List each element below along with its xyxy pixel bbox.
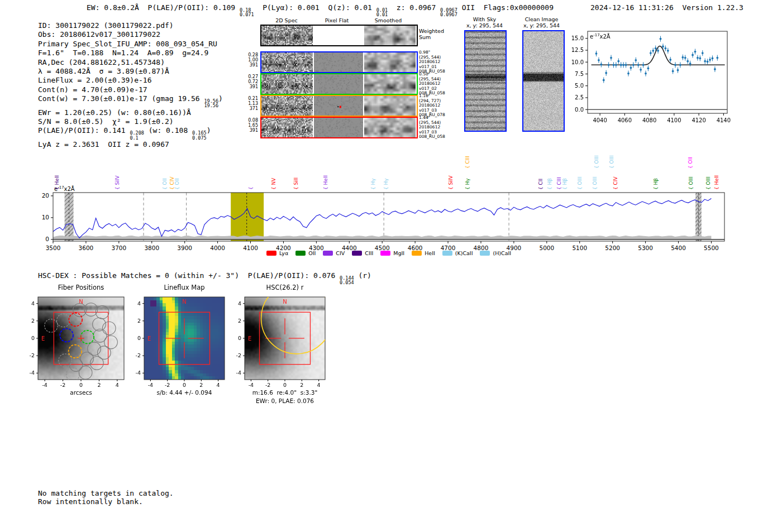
data-point — [598, 59, 600, 61]
spacer — [674, 3, 683, 12]
info-line: Primary Spec_Slot_IFU_AMP: 008_093_054_R… — [38, 40, 223, 49]
text-segment: EWr = 1.20(±0.25) (w: 0.80(±0.16))Å — [38, 108, 191, 117]
data-point — [613, 64, 615, 66]
y-tick-label: 0 — [45, 236, 49, 242]
x-tick-label: 4 — [317, 382, 321, 388]
pixel-flat-image — [314, 118, 363, 137]
line-marker: { Hβ — [547, 178, 552, 190]
data-point — [610, 57, 612, 59]
timestamp: 2024-12-16 11:31:26 — [590, 3, 674, 12]
text-segment: Primary Spec_Slot_IFU_AMP: 008_093_054_R… — [38, 40, 217, 48]
y-tick-label: -4 — [30, 370, 35, 376]
text-segment: ) — [218, 94, 223, 103]
x-tick-label: 4 — [116, 382, 119, 388]
data-point — [716, 57, 718, 59]
x-tick-label: -2 — [165, 382, 170, 388]
x-tick-label: -4 — [148, 382, 153, 388]
smoothed-image — [364, 96, 416, 116]
x-tick-label: 2 — [199, 382, 203, 388]
y-tick-label: 7.5 — [575, 71, 584, 77]
legend-label: (K)CaII — [455, 250, 473, 256]
cutout-row-right-labels: 1.44"(295, 544)20180612v017_03008_RU_058 — [419, 116, 454, 140]
legend-swatch — [412, 251, 422, 256]
text-segment: P(Lyα): 0.001 Q(z): 0.01 — [254, 3, 376, 12]
y-tick-label: 2 — [238, 318, 241, 324]
data-point — [686, 60, 689, 63]
legend-label: HeII — [425, 250, 435, 256]
y-tick-label: -2 — [236, 352, 241, 358]
y-tick-label: 2 — [31, 318, 35, 324]
data-point — [664, 47, 666, 50]
with-sky-label: With Sky — [458, 16, 511, 22]
text-segment: Obs: 20180612v017_3001179022 — [38, 30, 160, 39]
line-marker: { Hγ — [383, 178, 389, 190]
legend-item: (H)CaII — [480, 250, 511, 256]
line-marker: { OIII — [577, 176, 583, 190]
data-point — [655, 47, 657, 50]
data-point — [600, 64, 602, 66]
line-marker: { SiII — [293, 178, 299, 190]
line-marker: { — [248, 186, 254, 190]
data-point — [689, 63, 692, 65]
info-line: EWr = 1.20(±0.25) (w: 0.80(±0.16))Å — [38, 108, 223, 117]
text-segment: Cont(w) = 7.30(±0.01)e-17 (gmag 19.56 — [38, 94, 204, 103]
cutout-row — [260, 51, 418, 73]
data-point — [674, 64, 676, 66]
summary-header: EW: 0.8±0.2Å P(LAE)/P(OII): 0.109 0.180.… — [87, 3, 554, 17]
2d-spec-image — [261, 52, 313, 72]
line-marker: { OIII — [705, 176, 711, 190]
line-marker: { OIII — [688, 176, 694, 190]
cutout-row-weighted — [260, 25, 418, 46]
smoothed-image — [364, 118, 416, 137]
cutout-row-right-labels: 1.16"(294, 727)20180612v017_03008_RU_078 — [419, 94, 454, 118]
legend-item: CIV — [323, 250, 345, 256]
data-point — [645, 73, 647, 75]
timestamp-version: 2024-12-16 11:31:26 Version 1.22.3 — [590, 3, 743, 12]
legend-item: MgII — [380, 250, 404, 256]
legend-item: Lyα — [266, 250, 288, 256]
x-tick-label: 0 — [283, 382, 287, 388]
text-segment: ) — [207, 126, 211, 135]
data-point — [672, 70, 674, 72]
line-fit-zoom-plot: 4040406040804100412041400.02.55.07.510.0… — [563, 27, 782, 138]
x-tick-label: 4140 — [717, 117, 731, 123]
text-segment: λ = 4088.42Å σ = 3.89(±0.87)Å — [38, 67, 169, 75]
y-tick-label: 0.0 — [575, 107, 584, 113]
data-point — [620, 64, 622, 66]
footer-note-2: Row intentionally blank. — [38, 497, 143, 506]
line-marker: { OII — [174, 178, 180, 190]
line-marker: { NV — [271, 178, 276, 190]
smoothed-image — [364, 52, 416, 72]
footer-note-1: No matching targets in catalog. — [38, 489, 174, 498]
y-tick-label: 12.5 — [571, 47, 584, 53]
line-marker: { Hγ — [465, 178, 470, 190]
legend-label: Lyα — [279, 250, 288, 256]
info-line: λ = 4088.42Å σ = 3.89(±0.87)Å — [38, 67, 223, 76]
2d-spec-image — [261, 118, 313, 137]
info-line: S/N = 8.0(±0.5) χ² = 1.9(±0.2) — [38, 117, 223, 126]
y-tick-label: 15.0 — [571, 35, 584, 41]
x-tick-label: -4 — [42, 382, 47, 388]
line-marker: { CIII — [465, 156, 470, 169]
y-tick-label: 4 — [137, 300, 141, 306]
data-point — [712, 57, 714, 60]
data-point — [622, 64, 624, 66]
stacked-uncertainty: 0.010.01 — [376, 8, 388, 17]
data-point — [714, 68, 716, 70]
data-point — [709, 59, 711, 61]
pixel-flat-image — [314, 96, 363, 116]
clean-image-title: Clean Image x, y: 295, 544 — [515, 16, 568, 28]
x-tick-label: -2 — [60, 382, 65, 388]
pixel-flat-image — [314, 74, 363, 94]
legend-swatch — [352, 251, 362, 256]
data-point — [603, 79, 605, 82]
cutout-row-right-labels: 0.50"(295, 544)20180612v017_02008_RU_058 — [419, 72, 454, 96]
legend-item: OII — [295, 250, 316, 256]
line-marker: { SiIV — [448, 175, 454, 190]
text-segment: P(LAE)/P(OII): 0.141 — [38, 126, 130, 135]
stacked-uncertainty: 0.1650.075 — [192, 131, 207, 140]
line-marker: { HeII — [54, 175, 60, 190]
legend-swatch — [480, 251, 490, 256]
x-tick-label: 4120 — [692, 117, 705, 123]
line-marker: { Hγ — [370, 178, 376, 190]
